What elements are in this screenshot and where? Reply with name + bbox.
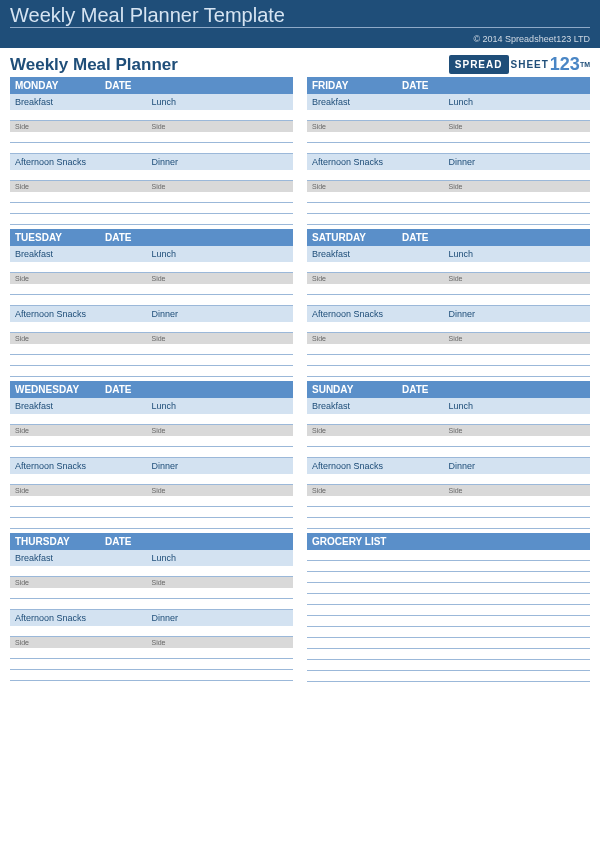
side-label: Side [15, 123, 152, 130]
grocery-line[interactable] [307, 572, 590, 583]
write-line[interactable] [10, 170, 293, 181]
write-line[interactable] [307, 366, 590, 377]
write-line[interactable] [10, 566, 293, 577]
side-label: Side [152, 335, 289, 342]
lunch-label: Lunch [449, 249, 586, 259]
meal-row: Afternoon SnacksDinner [10, 154, 293, 170]
write-line[interactable] [10, 366, 293, 377]
write-line[interactable] [307, 507, 590, 518]
breakfast-label: Breakfast [15, 401, 152, 411]
write-line[interactable] [307, 322, 590, 333]
lunch-label: Lunch [152, 553, 289, 563]
write-line[interactable] [10, 436, 293, 447]
write-line[interactable] [10, 659, 293, 670]
side-label: Side [312, 123, 449, 130]
meal-row: BreakfastLunch [307, 246, 590, 262]
write-line[interactable] [10, 518, 293, 529]
meal-row: BreakfastLunch [10, 94, 293, 110]
meal-row: Afternoon SnacksDinner [307, 306, 590, 322]
side-label: Side [152, 123, 289, 130]
write-line[interactable] [10, 507, 293, 518]
day-block: SATURDAYDATEBreakfastLunchSideSideAftern… [307, 229, 590, 377]
date-label: DATE [105, 536, 131, 547]
grocery-block: GROCERY LIST [307, 533, 590, 682]
write-line[interactable] [10, 143, 293, 154]
side-label: Side [15, 335, 152, 342]
breakfast-label: Breakfast [312, 401, 449, 411]
grocery-line[interactable] [307, 583, 590, 594]
write-line[interactable] [307, 474, 590, 485]
grocery-line[interactable] [307, 627, 590, 638]
day-name: WEDNESDAY [15, 384, 105, 395]
write-line[interactable] [10, 295, 293, 306]
write-line[interactable] [10, 344, 293, 355]
write-line[interactable] [10, 355, 293, 366]
write-line[interactable] [10, 214, 293, 225]
write-line[interactable] [10, 132, 293, 143]
grocery-line[interactable] [307, 594, 590, 605]
date-label: DATE [105, 80, 131, 91]
side-label: Side [152, 427, 289, 434]
day-header: SATURDAYDATE [307, 229, 590, 246]
grocery-line[interactable] [307, 561, 590, 572]
write-line[interactable] [307, 295, 590, 306]
write-line[interactable] [307, 143, 590, 154]
dinner-label: Dinner [449, 309, 586, 319]
write-line[interactable] [10, 203, 293, 214]
write-line[interactable] [307, 262, 590, 273]
grocery-line[interactable] [307, 649, 590, 660]
write-line[interactable] [307, 192, 590, 203]
write-line[interactable] [10, 322, 293, 333]
write-line[interactable] [10, 588, 293, 599]
write-line[interactable] [307, 355, 590, 366]
day-name: SUNDAY [312, 384, 402, 395]
write-line[interactable] [307, 414, 590, 425]
grocery-line[interactable] [307, 638, 590, 649]
dinner-label: Dinner [449, 157, 586, 167]
dinner-label: Dinner [152, 309, 289, 319]
snacks-label: Afternoon Snacks [15, 309, 152, 319]
write-line[interactable] [10, 474, 293, 485]
side-row: SideSide [10, 485, 293, 496]
write-line[interactable] [307, 170, 590, 181]
day-header: FRIDAYDATE [307, 77, 590, 94]
day-name: TUESDAY [15, 232, 105, 243]
write-line[interactable] [10, 599, 293, 610]
day-block: MONDAYDATEBreakfastLunchSideSideAfternoo… [10, 77, 293, 225]
day-name: FRIDAY [312, 80, 402, 91]
write-line[interactable] [307, 518, 590, 529]
write-line[interactable] [10, 626, 293, 637]
write-line[interactable] [307, 496, 590, 507]
lunch-label: Lunch [152, 97, 289, 107]
write-line[interactable] [307, 447, 590, 458]
snacks-label: Afternoon Snacks [15, 613, 152, 623]
grocery-line[interactable] [307, 616, 590, 627]
write-line[interactable] [10, 496, 293, 507]
grocery-line[interactable] [307, 550, 590, 561]
grocery-line[interactable] [307, 671, 590, 682]
write-line[interactable] [10, 192, 293, 203]
write-line[interactable] [10, 670, 293, 681]
write-line[interactable] [307, 203, 590, 214]
side-row: SideSide [307, 485, 590, 496]
header-row: Weekly Meal Planner SPREAD SHEET 123 TM [0, 48, 600, 77]
write-line[interactable] [307, 344, 590, 355]
side-row: SideSide [10, 181, 293, 192]
write-line[interactable] [307, 436, 590, 447]
write-line[interactable] [10, 284, 293, 295]
write-line[interactable] [10, 648, 293, 659]
side-row: SideSide [307, 333, 590, 344]
day-block: WEDNESDAYDATEBreakfastLunchSideSideAfter… [10, 381, 293, 529]
write-line[interactable] [10, 447, 293, 458]
write-line[interactable] [10, 110, 293, 121]
write-line[interactable] [10, 414, 293, 425]
side-label: Side [152, 183, 289, 190]
grocery-line[interactable] [307, 660, 590, 671]
write-line[interactable] [307, 214, 590, 225]
meal-row: Afternoon SnacksDinner [10, 458, 293, 474]
write-line[interactable] [10, 262, 293, 273]
write-line[interactable] [307, 132, 590, 143]
write-line[interactable] [307, 110, 590, 121]
grocery-line[interactable] [307, 605, 590, 616]
write-line[interactable] [307, 284, 590, 295]
